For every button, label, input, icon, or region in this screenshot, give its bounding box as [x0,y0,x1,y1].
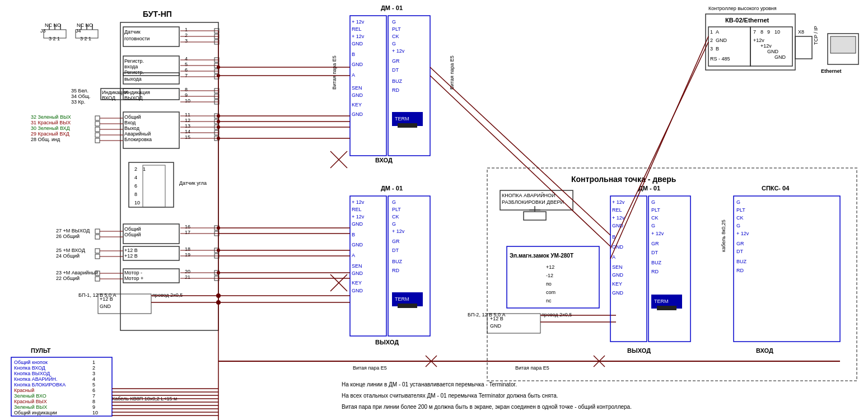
svg-text:8: 8 [134,192,137,197]
svg-text:28 Общ. инд: 28 Общ. инд [31,137,60,142]
svg-text:3 2 1: 3 2 1 [80,36,91,41]
control-point-title: Контрольная точка - дверь [571,175,676,184]
svg-rect-301 [524,212,546,220]
svg-text:19: 19 [185,252,190,258]
svg-text:24 Общий: 24 Общий [56,253,80,259]
svg-text:2: 2 [710,38,713,43]
note2: На всех отальных считывателях ДМ - 01 пе… [342,393,558,399]
svg-text:Вход: Вход [124,120,136,125]
svg-text:RD: RD [736,268,744,273]
svg-text:GR: GR [651,241,659,246]
svg-rect-74 [95,133,100,137]
svg-text:GND: GND [490,323,502,329]
svg-text:РАЗБЛОКИРОВКИ ДВЕРИ: РАЗБЛОКИРОВКИ ДВЕРИ [502,199,564,205]
svg-text:+ 12v: + 12v [392,228,405,234]
svg-text:G: G [736,199,740,205]
svg-text:G: G [392,199,396,205]
svg-text:nc: nc [546,298,552,304]
svg-text:3: 3 [92,371,95,376]
dm01-vhod-title: ДМ - 01 [381,4,403,11]
svg-rect-245 [398,304,417,308]
svg-text:+12 В: +12 В [124,248,138,253]
svg-text:16: 16 [185,224,190,230]
wiring-diagram: text { font-family: Arial, sans-serif; }… [0,0,868,420]
svg-text:4: 4 [134,175,137,180]
dm01-vyhod-title: ДМ - 01 [381,185,403,192]
svg-text:Красный: Красный [14,388,34,393]
svg-point-260 [217,66,220,69]
svg-text:Зеленый ВХО: Зеленый ВХО [14,393,46,399]
svg-rect-124 [95,254,100,259]
svg-text:GND: GND [352,270,363,276]
svg-text:3: 3 [185,38,188,44]
svg-line-356 [610,42,708,249]
svg-text:Кнопка ВХОД: Кнопка ВХОД [14,365,45,371]
svg-text:X8: X8 [798,29,804,35]
svg-text:Витая пара  Е5: Витая пара Е5 [515,365,549,371]
svg-text:BUZ: BUZ [651,260,662,265]
svg-text:A: A [352,72,355,78]
svg-text:+12 В: +12 В [124,253,138,259]
svg-text:+12: +12 [546,264,554,270]
svg-text:Кнопка БЛОКИРОВКА: Кнопка БЛОКИРОВКА [14,382,66,388]
svg-text:GR: GR [392,239,400,244]
svg-text:+12v: +12v [760,43,772,49]
svg-text:GND: GND [100,304,111,309]
svg-text:G: G [392,221,396,227]
svg-text:15: 15 [185,134,190,140]
svg-point-261 [217,74,220,77]
svg-rect-341 [657,306,676,310]
svg-text:КНОПКА АВАРИЙНОЙ: КНОПКА АВАРИЙНОЙ [502,192,556,198]
svg-text:8: 8 [760,29,763,35]
svg-text:9: 9 [185,92,188,98]
svg-text:30 Зеленый ВХД: 30 Зеленый ВХД [31,125,70,131]
svg-text:Общий индикации: Общий индикации [14,410,57,416]
svg-text:GND: GND [352,41,363,46]
svg-line-355 [610,36,708,259]
svg-text:13: 13 [185,123,190,129]
svg-text:ВХОД: ВХОД [102,95,115,101]
svg-text:GND: GND [352,92,363,98]
svg-text:RD: RD [651,269,659,274]
svg-text:TERM: TERM [395,296,409,302]
svg-text:GND: GND [716,38,727,43]
svg-text:2: 2 [185,32,188,38]
svg-text:REL: REL [612,207,622,213]
svg-text:SEN: SEN [612,264,623,270]
svg-text:+ 12v: + 12v [736,231,749,236]
svg-text:RD: RD [392,268,399,273]
svg-text:CK: CK [392,214,399,220]
svg-rect-75 [95,138,100,143]
svg-text:ВЫХОД: ВЫХОД [124,95,143,101]
svg-text:29 Красный ВХД: 29 Красный ВХД [31,131,69,137]
svg-text:31 Красный ВЫХ: 31 Красный ВЫХ [31,120,71,125]
svg-text:Витая пара  Е5: Витая пара Е5 [332,55,337,90]
svg-text:6: 6 [134,183,137,189]
svg-text:DT: DT [736,249,743,254]
svg-text:8: 8 [185,87,188,92]
svg-text:провод 2х0,5: провод 2х0,5 [542,312,572,318]
svg-text:кабель 8к0,25: кабель 8к0,25 [721,220,726,252]
svg-text:Общий кнопок: Общий кнопок [14,360,48,365]
but-np-title: БУТ-НП [143,10,172,18]
svg-text:21: 21 [185,274,190,280]
svg-text:PLT: PLT [736,207,745,213]
svg-text:GR: GR [392,58,400,64]
svg-text:KEY: KEY [352,280,362,286]
svg-text:Выход: Выход [124,125,140,131]
svg-text:RD: RD [392,87,399,93]
svg-text:com: com [546,290,556,295]
svg-text:CK: CK [392,34,399,39]
svg-text:GR: GR [736,241,744,246]
svg-text:GND: GND [612,272,624,278]
note1: На конце линии в ДМ - 01 устанавливается… [342,381,517,388]
svg-text:G: G [736,223,740,228]
svg-rect-73 [95,127,100,132]
svg-text:REL: REL [352,26,362,32]
svg-text:Индикация: Индикация [124,90,150,95]
svg-text:Датчик угла: Датчик угла [179,180,207,186]
svg-point-270 [217,271,220,274]
svg-text:NC  NO: NC NO [77,22,93,28]
svg-rect-72 [95,122,100,126]
svg-text:G: G [651,223,655,228]
